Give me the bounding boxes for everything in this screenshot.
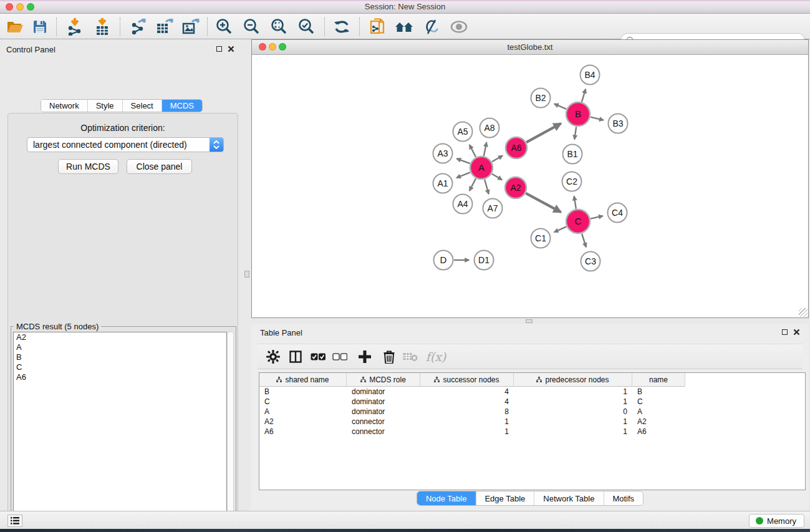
import-table-icon[interactable]	[91, 16, 113, 37]
split-columns-icon[interactable]	[285, 346, 306, 367]
export-image-icon[interactable]	[180, 16, 202, 37]
node-B[interactable]: B	[566, 102, 590, 126]
node-C1[interactable]: C1	[531, 229, 551, 248]
vertical-split-divider[interactable]	[243, 39, 251, 511]
mcds-scrollbar[interactable]	[227, 332, 234, 532]
table-cell[interactable]: 1	[514, 427, 632, 437]
zoom-fit-icon[interactable]	[268, 16, 291, 37]
node-C2[interactable]: C2	[562, 172, 582, 191]
table-cell[interactable]: A	[259, 407, 347, 417]
edge-C-C3[interactable]	[582, 234, 586, 248]
mcds-result-item[interactable]: A	[14, 342, 226, 352]
node-B4[interactable]: B4	[581, 65, 600, 85]
export-table-icon[interactable]	[153, 16, 176, 37]
float-panel-icon[interactable]	[216, 46, 222, 52]
table-row[interactable]: A6connector11A6	[259, 427, 805, 437]
run-mcds-button[interactable]: Run MCDS	[58, 159, 118, 174]
tab-motifs[interactable]: Motifs	[604, 491, 643, 505]
column-header-shared-name[interactable]: shared name	[259, 373, 347, 387]
edge-A-A1[interactable]	[456, 172, 470, 178]
node-A6[interactable]: A6	[506, 137, 527, 158]
zoom-out-icon[interactable]	[241, 16, 263, 37]
node-B3[interactable]: B3	[609, 114, 628, 133]
table-cell[interactable]: dominator	[347, 397, 420, 407]
edge-B-B1[interactable]	[574, 127, 576, 139]
tab-mcds[interactable]: MCDS	[162, 100, 202, 112]
table-cell[interactable]: dominator	[347, 387, 420, 397]
node-A4[interactable]: A4	[453, 195, 473, 214]
network-graph[interactable]: AA6A2BCA5A8A3A1A4A7B2B4B3B1C2C4C1C3DD1	[252, 55, 808, 317]
edge-A2-C[interactable]	[526, 193, 561, 212]
delete-column-icon[interactable]	[400, 346, 421, 367]
app-close-button[interactable]	[6, 3, 13, 11]
table-cell[interactable]: B	[632, 387, 685, 397]
table-row[interactable]: Cdominator41C	[259, 397, 805, 407]
open-folder-icon[interactable]	[4, 16, 26, 37]
mcds-result-item[interactable]: C	[14, 362, 226, 372]
table-cell[interactable]: 1	[420, 417, 514, 427]
column-header-mcds-role[interactable]: MCDS role	[347, 373, 420, 387]
table-cell[interactable]: 4	[420, 387, 514, 397]
table-cell[interactable]: connector	[347, 427, 420, 437]
edge-A-A3[interactable]	[456, 158, 470, 163]
network-zoom-button[interactable]	[279, 43, 286, 51]
edge-C-C2[interactable]	[574, 196, 576, 208]
function-builder-icon[interactable]: f(x)	[422, 346, 450, 367]
table-cell[interactable]: 4	[420, 397, 514, 407]
column-header-predecessor-nodes[interactable]: predecessor nodes	[514, 373, 632, 387]
table-cell[interactable]: 1	[514, 417, 632, 427]
edge-A-A7[interactable]	[485, 180, 488, 194]
tab-node-table[interactable]: Node Table	[417, 491, 476, 505]
trash-icon[interactable]	[378, 346, 400, 367]
tab-edge-table[interactable]: Edge Table	[476, 491, 534, 505]
node-D1[interactable]: D1	[475, 251, 494, 270]
horizontal-split-handle[interactable]	[526, 319, 533, 323]
table-cell[interactable]: 0	[514, 407, 632, 417]
edge-B-B3[interactable]	[591, 117, 604, 120]
table-cell[interactable]: 1	[420, 427, 514, 437]
node-A[interactable]: A	[470, 157, 493, 179]
vertical-split-handle[interactable]	[244, 271, 249, 278]
close-panel-icon[interactable]	[793, 329, 800, 336]
resize-grip-icon[interactable]	[799, 308, 808, 317]
zoom-in-icon[interactable]	[213, 16, 236, 37]
optimization-criterion-dropdown[interactable]: largest connected component (directed)	[27, 137, 224, 152]
node-B1[interactable]: B1	[563, 145, 582, 164]
column-header-name[interactable]: name	[632, 373, 685, 387]
add-icon[interactable]	[354, 346, 375, 367]
table-row[interactable]: Adominator80A	[259, 407, 805, 417]
edge-A-A2[interactable]	[492, 174, 502, 180]
edge-B-B4[interactable]	[582, 89, 586, 102]
edge-A-A6[interactable]	[492, 156, 503, 162]
table-row[interactable]: Bdominator41B	[259, 387, 805, 397]
app-zoom-button[interactable]	[27, 3, 34, 11]
table-cell[interactable]: A6	[632, 427, 685, 437]
mcds-result-item[interactable]: B	[14, 352, 226, 362]
show-graphics-icon[interactable]	[448, 16, 470, 37]
save-icon[interactable]	[29, 16, 51, 37]
horizontal-split-divider[interactable]	[251, 318, 809, 324]
node-D[interactable]: D	[434, 251, 453, 270]
table-cell[interactable]: A2	[259, 417, 347, 427]
export-network-icon[interactable]	[127, 16, 150, 37]
memory-button[interactable]: Memory	[749, 514, 804, 528]
tab-network-table[interactable]: Network Table	[534, 491, 604, 505]
table-cell[interactable]: A	[632, 407, 685, 417]
edge-A-A8[interactable]	[484, 142, 486, 156]
refresh-icon[interactable]	[330, 16, 353, 37]
select-all-checkboxes-icon[interactable]	[307, 346, 329, 367]
app-minimize-button[interactable]	[16, 3, 24, 11]
deselect-all-checkboxes-icon[interactable]	[329, 346, 350, 367]
close-panel-button[interactable]: Close panel	[127, 159, 192, 174]
close-panel-icon[interactable]	[228, 46, 234, 52]
edge-B-B2[interactable]	[554, 104, 566, 109]
home-icon[interactable]	[393, 16, 415, 37]
gear-icon[interactable]	[263, 346, 284, 367]
node-C3[interactable]: C3	[581, 252, 600, 271]
table-cell[interactable]: C	[632, 397, 685, 407]
network-minimize-button[interactable]	[269, 43, 276, 51]
edge-C-C1[interactable]	[554, 226, 567, 232]
node-C[interactable]: C	[566, 210, 590, 233]
node-table[interactable]: shared nameMCDS rolesuccessor nodesprede…	[259, 372, 806, 490]
mcds-result-item[interactable]: A6	[14, 372, 226, 382]
